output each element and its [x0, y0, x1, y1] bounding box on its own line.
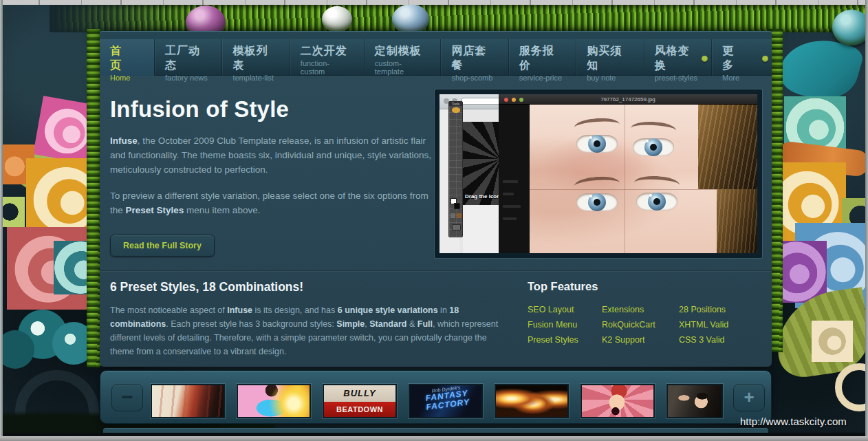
nav-item-factory-news[interactable]: 工厂动态 factory news [154, 39, 221, 76]
photo-editor-window: 797762_17472659.jpg Op Tile [499, 94, 757, 253]
nav-label-zh: 二次开发 [301, 44, 354, 58]
thumb-fantasy-factory[interactable]: Rob Dyrdek's FANTASY FACTORY [409, 384, 483, 418]
preset-styles-section: 6 Preset Styles, 18 Combinations! The mo… [110, 280, 503, 358]
window-edge-right [865, 0, 868, 441]
nav-item-custom-template[interactable]: 定制模板 custom-template [364, 39, 441, 76]
ornament-ball-silver [322, 6, 352, 32]
article-paragraph-1: Infuse, the October 2009 Club Template r… [110, 134, 432, 178]
read-full-story-button[interactable]: Read the Full Story [110, 235, 215, 257]
editor-sidebar [499, 105, 530, 253]
nav-label-en: function-custom [301, 59, 354, 76]
feature-link-fusion-menu[interactable]: Fusion Menu [528, 320, 577, 330]
feature-link-xhtml-valid[interactable]: XHTML Valid [679, 320, 728, 330]
eye-photo-tile [636, 193, 677, 211]
ornament-ball-blue [392, 4, 429, 34]
nav-label-en: template-list [232, 74, 279, 82]
nav-item-template-list[interactable]: 模板列表 template-list [221, 39, 289, 76]
section-paragraph: The most noticeable aspect of Infuse is … [110, 303, 503, 358]
nav-item-function-custom[interactable]: 二次开发 function-custom [290, 39, 364, 76]
feature-link-k2-support[interactable]: K2 Support [602, 335, 645, 345]
drag-icon-label: Drag the Icon [465, 193, 500, 200]
thumb-label: BULLY [324, 385, 395, 402]
nav-label-zh: 网店套餐 [451, 44, 497, 73]
tools-palette: Tools [448, 101, 463, 237]
tools-palette-title: Tools [449, 102, 462, 106]
section-divider [100, 270, 772, 272]
hero-article: Infusion of Style Infuse, the October 20… [110, 96, 432, 257]
hair-region [698, 105, 757, 189]
window-edge-top [0, 0, 868, 5]
feature-link-seo-layout[interactable]: SEO Layout [528, 305, 574, 314]
nav-label-zh: 服务报价 [519, 44, 565, 73]
nav-label-en: service-price [519, 74, 565, 82]
eye-photo-tile [633, 138, 674, 156]
main-navigation: 首 页 Home 工厂动态 factory news 模板列表 template… [100, 39, 772, 76]
nav-label-en: shop-scomb [451, 74, 497, 82]
titlebar: 797762_17472659.jpg [499, 94, 757, 105]
nav-label-en: Home [110, 74, 144, 82]
article-paragraph-2: To preview a different style variation, … [110, 189, 432, 218]
thumb-label: BEATDOWN [324, 402, 395, 417]
panel-top-edge [100, 31, 772, 39]
nav-label-zh: 模板列表 [232, 44, 279, 73]
feature-link-preset-styles[interactable]: Preset Styles [528, 335, 578, 345]
thumb-bully-beatdown[interactable]: BULLY BEATDOWN [323, 384, 397, 418]
grass-border-top [50, 5, 868, 32]
section-heading: 6 Preset Styles, 18 Combinations! [110, 280, 503, 294]
titlebar-filename: 797762_17472659.jpg [499, 96, 757, 103]
eye-photo-tile [576, 193, 618, 211]
carousel-next-button[interactable]: + [733, 384, 765, 411]
eye-photo-grid [530, 105, 757, 253]
thumb-painting[interactable] [151, 384, 225, 418]
feature-link-28-positions[interactable]: 28 Positions [679, 305, 726, 314]
features-heading: Top Features [528, 280, 765, 293]
page: 首 页 Home 工厂动态 factory news 模板列表 template… [0, 0, 868, 441]
thumb-popart-scream[interactable] [581, 384, 655, 418]
grass-border-left [87, 29, 100, 367]
nav-item-buy-note[interactable]: 购买须知 buy note [576, 39, 643, 76]
article-title: Infusion of Style [110, 96, 432, 122]
nav-label-en: custom-template [375, 59, 431, 76]
dropdown-indicator-icon [762, 56, 768, 62]
feature-link-css3-valid[interactable]: CSS 3 Valid [679, 335, 724, 345]
top-features-section: Top Features SEO Layout Fusion Menu Pres… [528, 280, 765, 348]
minus-icon: − [121, 385, 133, 408]
thumbnail-carousel: − BULLY BEATDOWN Rob Dyrdek's FANTASY FA… [100, 370, 772, 424]
nav-item-shop-combo[interactable]: 网店套餐 shop-scomb [440, 39, 508, 76]
ornament-ball-teal [832, 10, 868, 45]
main-content-panel: 首 页 Home 工厂动态 factory news 模板列表 template… [100, 31, 772, 367]
thumb-candles[interactable] [495, 384, 569, 418]
nav-label-en: More [722, 74, 761, 82]
nav-label-zh: 工厂动态 [165, 44, 211, 73]
nav-label-zh: 更 多 [722, 44, 761, 73]
nav-label-zh: 定制模板 [375, 44, 431, 58]
window-edge-bottom [0, 436, 868, 441]
feature-link-extensions[interactable]: Extensions [602, 305, 644, 314]
nav-label-en: buy note [587, 74, 633, 82]
eye-photo-tile [576, 135, 618, 153]
window-edge-left [0, 0, 3, 441]
nav-item-preset-styles[interactable]: 风格变换 preset-styles [644, 39, 711, 76]
nav-item-more[interactable]: 更 多 More [711, 39, 772, 76]
dropdown-indicator-icon [702, 56, 708, 62]
article-screenshot: Drag the Icon Tools 797762_17472659.jpg [435, 89, 762, 258]
nav-label-en: factory news [165, 74, 211, 82]
nav-label-en: preset-styles [655, 74, 701, 82]
feature-link-rokquickcart[interactable]: RokQuickCart [602, 320, 655, 330]
nav-item-home[interactable]: 首 页 Home [100, 39, 154, 76]
thumb-sunglasses-portrait[interactable] [666, 384, 723, 418]
nav-label-zh: 购买须知 [587, 44, 633, 73]
carousel-prev-button[interactable]: − [111, 384, 143, 411]
thumb-cartoon-umbrella[interactable] [237, 384, 311, 418]
hair-region [717, 189, 757, 253]
url-watermark: http://www.taskcity.com [740, 416, 847, 427]
nav-label-zh: 首 页 [110, 44, 144, 73]
nav-item-service-price[interactable]: 服务报价 service-price [508, 39, 576, 76]
nav-label-zh: 风格变换 [655, 44, 701, 73]
plus-icon: + [744, 387, 754, 407]
